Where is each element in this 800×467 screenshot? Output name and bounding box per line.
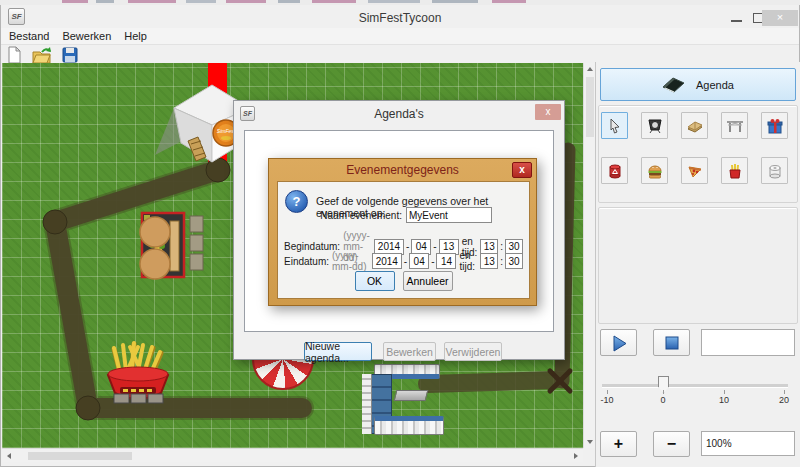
pallet-icon (686, 117, 704, 135)
artifact (62, 0, 88, 3)
zoom-level-field[interactable]: 100% (701, 431, 795, 456)
event-dialog-body: ? Geef de volgende gegevens over het eve… (277, 181, 530, 299)
date-format-hint: (yyyy-mm-dd) (332, 250, 369, 272)
titlebar[interactable]: SF SimFestTycoon × (1, 5, 799, 28)
cancel-button[interactable]: Annuleer (403, 271, 453, 291)
menu-bewerken[interactable]: Bewerken (62, 30, 111, 42)
artifact (278, 0, 300, 3)
agendas-dialog-titlebar[interactable]: SF Agenda's x (234, 101, 564, 127)
edit-agenda-button: Bewerken (383, 342, 436, 361)
ok-button[interactable]: OK (355, 271, 395, 291)
event-dialog-close-button[interactable]: x (512, 162, 532, 178)
hamburger-icon (646, 162, 664, 180)
status-readout (701, 329, 795, 356)
close-button[interactable]: × (762, 10, 798, 26)
agendas-dialog-close-button[interactable]: x (535, 104, 561, 120)
event-data-dialog: Evenementgegevens x ? Geef de volgende g… (268, 158, 537, 306)
notebook-icon (662, 76, 686, 93)
end-date-label: Eindatum: (284, 256, 329, 267)
date-separator: - (404, 256, 407, 267)
gift-icon (766, 117, 784, 135)
stage-icon (726, 117, 744, 135)
tool-spotlight[interactable] (641, 112, 668, 139)
bench (394, 390, 429, 401)
end-day-input[interactable] (436, 253, 456, 269)
chevron-right-icon[interactable] (574, 453, 578, 459)
new-file-icon (5, 46, 23, 64)
open-file-button[interactable] (32, 46, 52, 64)
artifact (128, 0, 176, 3)
chevron-down-icon[interactable] (587, 440, 593, 444)
vertical-scroll-thumb[interactable] (586, 77, 594, 137)
horizontal-scroll-thumb[interactable] (28, 452, 132, 460)
barrel-fence (374, 416, 444, 435)
event-dialog-title: Evenementgegevens (269, 159, 536, 181)
agenda-button[interactable]: Agenda (600, 68, 796, 101)
date-separator: - (431, 256, 434, 267)
tool-trash-can[interactable] (601, 157, 628, 184)
toilet-roll-icon (766, 162, 784, 180)
end-date-row: Eindatum: (yyyy-mm-dd) - - en tijd: : (284, 250, 523, 272)
stop-icon (663, 334, 681, 352)
tool-fries[interactable] (721, 157, 748, 184)
artifact (226, 0, 266, 3)
event-name-input[interactable] (406, 207, 492, 223)
barrel-fence (362, 374, 372, 434)
zoom-in-button[interactable]: + (600, 431, 637, 457)
speed-slider-track[interactable] (602, 384, 788, 388)
end-hour-input[interactable] (480, 253, 498, 269)
save-icon (61, 46, 79, 64)
slider-label: -10 (595, 395, 619, 405)
save-file-button[interactable] (60, 46, 80, 64)
menu-bestand[interactable]: Bestand (9, 30, 49, 42)
open-file-icon (32, 46, 52, 64)
end-minute-input[interactable] (505, 253, 523, 269)
toolbar (1, 46, 800, 63)
picnic-bench (114, 394, 163, 403)
chevron-left-icon[interactable] (7, 453, 11, 459)
agenda-list-panel (598, 207, 798, 324)
slider-label: 0 (651, 395, 675, 405)
pizza-icon (686, 162, 704, 180)
new-agenda-button[interactable]: Nieuwe agenda... (304, 342, 372, 361)
delete-agenda-button: Verwijderen (444, 342, 502, 361)
side-panel: Agenda (595, 62, 800, 467)
window-title: SimFestTycoon (1, 11, 799, 25)
play-icon (609, 333, 629, 353)
tool-hamburger[interactable] (641, 157, 668, 184)
minimize-icon[interactable] (731, 20, 742, 22)
artifact (432, 0, 478, 3)
hamburger-stand (140, 213, 184, 279)
tool-cursor[interactable] (601, 112, 628, 139)
tool-stage[interactable] (721, 112, 748, 139)
tool-pallet[interactable] (681, 112, 708, 139)
slider-label: 10 (712, 395, 736, 405)
play-button[interactable] (600, 329, 637, 356)
agenda-button-label: Agenda (696, 79, 734, 91)
end-month-input[interactable] (409, 253, 429, 269)
artifact (368, 0, 420, 3)
end-year-input[interactable] (372, 253, 402, 269)
zoom-out-button[interactable]: − (653, 431, 690, 457)
map-vertical-scrollbar[interactable] (583, 63, 595, 448)
tool-pizza[interactable] (681, 157, 708, 184)
tool-toilet-roll[interactable] (761, 157, 788, 184)
stop-button[interactable] (653, 329, 690, 356)
slider-tick (663, 390, 664, 394)
time-label: en tijd: (459, 250, 477, 272)
artifact (312, 0, 356, 3)
artifact (186, 0, 216, 3)
tool-gift[interactable] (761, 112, 788, 139)
chevron-up-icon[interactable] (587, 67, 593, 71)
menu-help[interactable]: Help (124, 30, 147, 42)
time-separator: : (500, 256, 503, 267)
artifact (96, 0, 114, 3)
event-name-label: Naam evenement: (320, 210, 402, 221)
app-window: SF SimFestTycoon × Bestand Bewerken Help (0, 0, 800, 467)
plus-icon: + (614, 436, 623, 452)
slider-tick (724, 390, 725, 394)
event-name-row: Naam evenement: (284, 207, 492, 223)
map-horizontal-scrollbar[interactable] (2, 448, 583, 462)
new-file-button[interactable] (4, 46, 24, 64)
slider-label: 20 (772, 395, 796, 405)
